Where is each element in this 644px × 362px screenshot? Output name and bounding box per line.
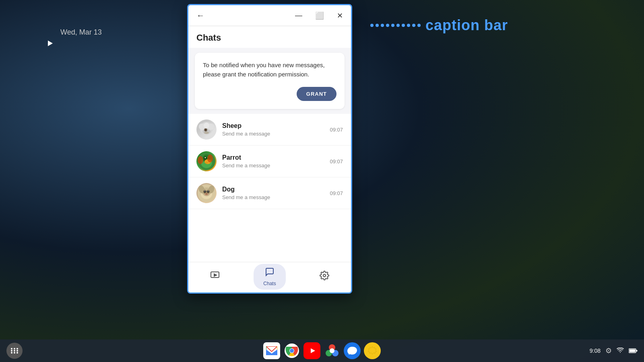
chat-preview-sheep: Send me a message [222,131,330,137]
chats-nav-label: Chats [263,281,276,286]
taskbar-chrome[interactable] [283,342,300,359]
launcher-button[interactable] [6,343,23,359]
taskbar-settings-app[interactable] [364,342,381,359]
svg-point-34 [14,348,15,350]
grant-button[interactable]: GRANT [297,87,336,101]
chat-time-dog: 09:07 [330,190,343,196]
taskbar-time: 9:08 [590,348,601,354]
notification-text: To be notified when you have new message… [203,61,336,79]
settings-icon [320,271,329,283]
taskbar-left [6,343,23,359]
chat-name-sheep: Sheep [222,122,330,130]
chat-item-sheep[interactable]: Sheep Send me a message 09:07 [188,114,351,146]
chats-nav-item[interactable]: Chats [254,264,285,290]
app-window: ← — ⬜ ✕ Chats To be notified when you ha… [187,4,352,294]
maximize-button[interactable]: ⬜ [312,10,327,22]
window-controls: — ⬜ ✕ [292,10,346,22]
caption-bar-annotation: caption bar [370,17,508,34]
caption-bar-dots [370,24,421,27]
svg-point-15 [207,154,213,162]
svg-point-7 [204,132,209,134]
chat-item-parrot[interactable]: Parrot Send me a message 09:07 [188,146,351,177]
avatar-parrot [196,151,217,171]
chat-info-dog: Dog Send me a message [222,186,330,200]
media-nav-item[interactable] [200,267,229,286]
minimize-button[interactable]: — [292,10,305,22]
svg-point-16 [198,156,203,164]
chat-name-dog: Dog [222,186,330,193]
avatar-dog [196,183,217,203]
chat-name-parrot: Parrot [222,154,330,161]
svg-point-27 [208,191,208,191]
chat-preview-parrot: Send me a message [222,162,330,169]
taskbar-settings-icon[interactable]: ⚙ [605,346,612,355]
svg-point-39 [11,352,12,354]
chat-preview-dog: Send me a message [222,194,330,200]
desktop-date: Wed, Mar 13 [60,28,102,37]
svg-point-35 [17,348,18,350]
svg-point-32 [323,274,326,277]
svg-rect-58 [636,350,638,352]
grant-row: GRANT [203,87,336,101]
svg-point-33 [11,348,12,350]
settings-nav-item[interactable] [310,267,339,286]
chat-item-dog[interactable]: Dog Send me a message 09:07 [188,177,351,209]
chat-time-sheep: 09:07 [330,127,343,133]
svg-point-37 [14,350,15,352]
chat-info-sheep: Sheep Send me a message [222,122,330,137]
taskbar-apps [263,342,381,359]
svg-point-3 [204,123,209,128]
media-icon [210,271,220,283]
close-button[interactable]: ✕ [334,10,346,22]
desktop: Wed, Mar 13 caption bar ← — ⬜ ✕ Chats To [0,0,644,362]
taskbar-wifi-icon[interactable] [617,347,624,355]
svg-point-55 [330,348,334,353]
chats-header: Chats [188,26,351,48]
chats-icon [265,267,275,279]
chat-time-parrot: 09:07 [330,158,343,165]
taskbar: 9:08 ⚙ [0,339,644,362]
svg-point-29 [206,193,207,195]
taskbar-photos[interactable] [324,342,341,359]
svg-point-13 [205,157,206,158]
svg-point-36 [11,350,12,352]
notification-card: To be notified when you have new message… [195,53,345,109]
app-content: Chats To be notified when you have new m… [188,26,351,292]
taskbar-messages[interactable] [344,342,361,359]
bottom-nav: Chats [188,262,351,292]
taskbar-youtube[interactable] [303,342,320,359]
chat-list: Sheep Send me a message 09:07 [188,114,351,262]
svg-point-6 [205,129,206,131]
avatar-sheep [196,119,217,140]
svg-rect-59 [630,349,636,352]
taskbar-right: 9:08 ⚙ [590,346,638,355]
taskbar-gmail[interactable] [263,342,280,359]
svg-point-40 [14,352,15,354]
svg-marker-31 [214,274,217,276]
caption-bar-text: caption bar [425,17,508,34]
svg-point-49 [290,349,294,353]
back-button[interactable]: ← [193,9,208,22]
taskbar-battery-icon [629,347,638,355]
chat-info-parrot: Parrot Send me a message [222,154,330,169]
title-bar: ← — ⬜ ✕ [188,5,351,26]
svg-point-38 [17,350,18,352]
svg-point-26 [204,191,205,191]
svg-point-41 [17,352,18,354]
mouse-cursor [45,39,53,46]
